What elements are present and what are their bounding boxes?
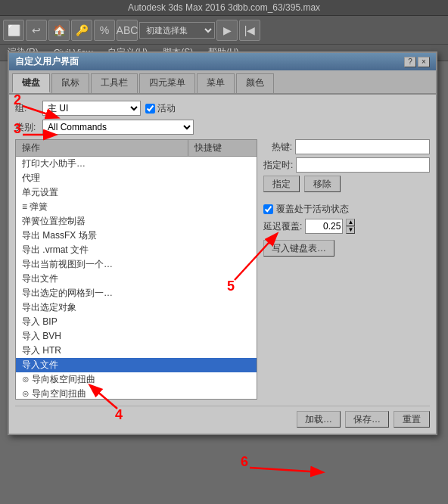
active-label: 活动 — [157, 102, 176, 115]
toolbar-btn-6[interactable]: ABC — [117, 20, 138, 41]
indicator-label: 指定时: — [263, 159, 293, 172]
commands-list-panel: 操作 快捷键 打印大小助手…代理单元设置≡ 弹簧弹簧位置控制器导出 MassFX… — [15, 139, 257, 400]
category-row: 类别: All Commands — [15, 120, 430, 135]
tab-color[interactable]: 颜色 — [236, 73, 274, 93]
toolbar-area: ⬜ ↩ 🏠 🔑 % ABC 初建选择集 ▶ |◀ — [0, 16, 448, 45]
right-panel: 热键: 指定时: 指定 移除 覆盖处于 — [263, 139, 430, 400]
override-check-row: 覆盖处于活动状态 — [263, 203, 430, 216]
tab-bar: 键盘 鼠标 工具栏 四元菜单 菜单 颜色 — [9, 70, 436, 95]
list-item[interactable]: 代理 — [16, 171, 257, 185]
list-item[interactable]: 导入 BVH — [16, 329, 257, 344]
tab-mouse[interactable]: 鼠标 — [51, 73, 89, 93]
group-label: 组: — [15, 102, 38, 115]
reset-button[interactable]: 重置 — [394, 411, 430, 428]
remove-button[interactable]: 移除 — [304, 176, 341, 192]
assign-row: 指定 移除 — [263, 176, 430, 192]
write-keyboard-button[interactable]: 写入键盘表… — [263, 240, 334, 257]
toolbar-btn-4[interactable]: 🔑 — [71, 20, 92, 41]
group-row: 组: 主 UI 活动 — [15, 101, 430, 116]
tab-toolbar[interactable]: 工具栏 — [91, 73, 138, 93]
dialog-title-bar[interactable]: 自定义用户界面 ? × — [9, 53, 436, 70]
list-item[interactable]: 导出选定对象 — [16, 300, 257, 315]
title-text: Autodesk 3ds Max 2016 3dbb.com_63/395.ma… — [128, 2, 320, 13]
override-delay-input[interactable] — [305, 219, 343, 234]
toolbar-btn-2[interactable]: ↩ — [26, 20, 47, 41]
spinner-up[interactable]: ▲ — [346, 219, 355, 226]
commands-list-body[interactable]: 打印大小助手…代理单元设置≡ 弹簧弹簧位置控制器导出 MassFX 场景导出 .… — [16, 157, 257, 399]
spinner-down[interactable]: ▼ — [346, 226, 355, 234]
override-section: 覆盖处于活动状态 延迟覆盖: ▲ ▼ 写入键盘表… — [263, 203, 430, 257]
list-item[interactable]: 导出文件 — [16, 272, 257, 286]
dialog-content: 组: 主 UI 活动 类别: All Commands 操作 快捷键 — [9, 95, 436, 434]
title-bar: Autodesk 3ds Max 2016 3dbb.com_63/395.ma… — [0, 0, 448, 16]
list-item[interactable]: 导入文件 — [16, 358, 257, 372]
write-btn-row: 写入键盘表… — [263, 240, 430, 257]
indicator-row: 指定时: — [263, 157, 430, 173]
list-item[interactable]: 导出选定的网格到一… — [16, 286, 257, 300]
dialog-title-buttons: ? × — [404, 57, 430, 67]
dialog-help-btn[interactable]: ? — [404, 57, 416, 67]
list-item[interactable]: 导入 HTR — [16, 344, 257, 358]
toolbar-btn-8[interactable]: |◀ — [239, 20, 260, 41]
bottom-row: 加载… 保存… 重置 — [15, 406, 430, 428]
category-select[interactable]: All Commands — [42, 120, 194, 135]
override-checkbox[interactable] — [263, 204, 273, 214]
dialog-title-text: 自定义用户界面 — [15, 55, 79, 68]
toolbar-dropdown[interactable]: 初建选择集 — [139, 22, 215, 39]
main-layout: 操作 快捷键 打印大小助手…代理单元设置≡ 弹簧弹簧位置控制器导出 MassFX… — [15, 139, 430, 400]
col-action: 操作 — [16, 140, 188, 156]
override-delay-label: 延迟覆盖: — [263, 220, 302, 233]
customize-ui-dialog: 自定义用户界面 ? × 键盘 鼠标 工具栏 四元菜单 菜单 颜色 组: 主 UI… — [8, 51, 437, 435]
tab-keyboard[interactable]: 键盘 — [12, 73, 50, 93]
list-header: 操作 快捷键 — [16, 140, 257, 157]
hotkey-input[interactable] — [295, 139, 430, 154]
toolbar-btn-7[interactable]: ▶ — [216, 20, 238, 41]
active-check[interactable]: 活动 — [145, 102, 176, 115]
svg-text:6: 6 — [241, 454, 248, 469]
col-shortcut: 快捷键 — [188, 140, 257, 156]
svg-line-8 — [250, 468, 322, 472]
override-delay-row: 延迟覆盖: ▲ ▼ — [263, 219, 430, 234]
toolbar-btn-3[interactable]: 🏠 — [48, 20, 70, 41]
tab-menu[interactable]: 菜单 — [197, 73, 235, 93]
group-select[interactable]: 主 UI — [42, 101, 141, 116]
hotkey-label: 热键: — [263, 141, 292, 154]
active-checkbox[interactable] — [145, 104, 155, 114]
list-item[interactable]: 弹簧位置控制器 — [16, 214, 257, 229]
toolbar-btn-1[interactable]: ⬜ — [3, 20, 24, 41]
hotkey-section: 热键: 指定时: 指定 移除 — [263, 139, 430, 192]
list-item[interactable]: 打印大小助手… — [16, 157, 257, 171]
hotkey-row: 热键: — [263, 139, 430, 154]
list-item[interactable]: 导入 BIP — [16, 315, 257, 329]
toolbar-btn-5[interactable]: % — [94, 20, 115, 41]
dialog-close-btn[interactable]: × — [418, 57, 430, 67]
list-item[interactable]: 单元设置 — [16, 185, 257, 200]
list-item[interactable]: ⊙ 导向空间扭曲 — [16, 387, 257, 399]
save-button[interactable]: 保存… — [345, 411, 389, 428]
indicator-input[interactable] — [296, 157, 430, 173]
list-item[interactable]: 导出当前视图到一个… — [16, 257, 257, 272]
tab-quadmenu[interactable]: 四元菜单 — [139, 73, 195, 93]
list-item[interactable]: ⊙ 导向板空间扭曲 — [16, 372, 257, 387]
list-item[interactable]: ≡ 弹簧 — [16, 200, 257, 214]
assign-button[interactable]: 指定 — [263, 176, 300, 192]
category-label: 类别: — [15, 121, 38, 134]
load-button[interactable]: 加载… — [297, 411, 341, 428]
override-label: 覆盖处于活动状态 — [276, 203, 349, 216]
list-item[interactable]: 导出 .vrmat 文件 — [16, 243, 257, 257]
list-item[interactable]: 导出 MassFX 场景 — [16, 229, 257, 243]
spinner: ▲ ▼ — [346, 219, 355, 234]
